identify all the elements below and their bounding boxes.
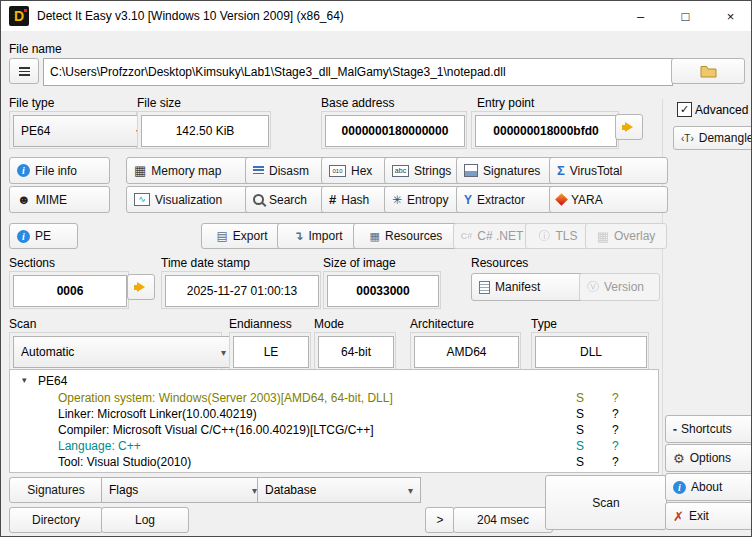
result-row[interactable]: Compiler: Microsoft Visual C/C++(16.00.4…: [10, 423, 658, 439]
visualization-icon: ∿: [134, 193, 150, 206]
result-info-link[interactable]: ?: [612, 423, 619, 437]
minimize-button[interactable]: –: [618, 1, 663, 31]
strings-label: Strings: [414, 164, 451, 178]
entry-point-label: Entry point: [477, 96, 534, 110]
result-signature-link[interactable]: S: [576, 439, 584, 453]
file-info-button[interactable]: i File info: [9, 157, 110, 184]
pe-button[interactable]: i PE: [9, 223, 78, 249]
directory-label: Directory: [32, 513, 80, 527]
options-button[interactable]: ⚙ Options: [665, 444, 752, 472]
time-date-stamp-label: Time date stamp: [161, 256, 250, 270]
type-label: Type: [531, 317, 557, 331]
result-signature-link[interactable]: S: [576, 455, 584, 469]
entropy-button[interactable]: ✳ Entropy: [384, 186, 464, 213]
tree-collapse-icon: ▾: [22, 375, 27, 385]
file-info-label: File info: [35, 164, 77, 178]
chevron-down-icon: ▾: [408, 485, 413, 496]
extractor-button[interactable]: Y Extractor: [456, 186, 556, 213]
open-file-button[interactable]: [671, 58, 745, 84]
size-of-image-frame: 00033000: [323, 271, 441, 309]
search-button[interactable]: Search: [245, 186, 328, 213]
result-signature-link[interactable]: S: [576, 407, 584, 421]
log-button[interactable]: Log: [101, 507, 189, 533]
mode-value: 64-bit: [318, 336, 394, 368]
hash-button[interactable]: # Hash: [321, 186, 391, 213]
base-address-frame: 0000000180000000: [321, 111, 467, 149]
result-info-link[interactable]: ?: [612, 391, 619, 405]
mime-button[interactable]: ☻ MIME: [9, 186, 110, 213]
manifest-label: Manifest: [495, 280, 540, 294]
manifest-button[interactable]: Manifest: [471, 273, 584, 301]
version-label: Version: [604, 280, 644, 294]
mime-icon: ☻: [17, 192, 31, 207]
endianness-value: LE: [233, 336, 309, 368]
strings-button[interactable]: abc Strings: [384, 157, 464, 184]
close-button[interactable]: ×: [708, 1, 752, 31]
about-button[interactable]: i About: [665, 473, 752, 501]
base-address-value: 0000000180000000: [325, 115, 465, 147]
shortcuts-button[interactable]: ▪▪ Shortcuts: [665, 415, 752, 443]
architecture-value: AMD64: [414, 336, 519, 368]
scan-button[interactable]: Scan: [545, 475, 667, 530]
version-button: ⓥ Version: [579, 273, 660, 301]
resources-button[interactable]: ▦ Resources: [353, 223, 459, 249]
result-text: Language: C++: [58, 439, 141, 453]
hash-label: Hash: [341, 193, 369, 207]
recent-files-button[interactable]: [9, 58, 39, 84]
visualization-button[interactable]: ∿ Visualization: [126, 186, 252, 213]
virustotal-button[interactable]: Σ VirusTotal: [549, 157, 668, 184]
time-date-stamp-value: 2025-11-27 01:00:13: [165, 275, 319, 307]
result-info-link[interactable]: ?: [612, 407, 619, 421]
demangle-label: Demangle: [699, 131, 752, 145]
import-button[interactable]: ↴ Import: [277, 223, 359, 249]
advanced-label: Advanced: [695, 103, 748, 117]
memory-map-button[interactable]: ▦ Memory map: [126, 157, 252, 184]
type-frame: DLL: [531, 332, 649, 370]
maximize-button[interactable]: □: [663, 1, 708, 31]
disasm-button[interactable]: Disasm: [245, 157, 328, 184]
result-info-link[interactable]: ?: [612, 439, 619, 453]
result-text: Compiler: Microsoft Visual C/C++(16.00.4…: [58, 423, 374, 437]
file-type-frame: PE64 ▾: [9, 111, 137, 149]
result-signature-link[interactable]: S: [576, 423, 584, 437]
scan-method-value: Automatic: [21, 345, 74, 359]
signatures-tool-button[interactable]: Signatures: [456, 157, 556, 184]
file-type-label: File type: [9, 96, 54, 110]
signatures-icon: [464, 164, 478, 177]
database-select[interactable]: Database ▾: [257, 477, 421, 503]
export-button[interactable]: ▤ Export: [201, 223, 283, 249]
import-icon: ↴: [293, 229, 303, 243]
result-row[interactable]: Language: C++ S ?: [10, 439, 658, 455]
exit-x-icon: ✗: [673, 509, 684, 524]
entry-point-goto-button[interactable]: [615, 114, 643, 140]
dotnet-button: C# C# .NET: [453, 223, 531, 249]
sections-goto-button[interactable]: [127, 274, 155, 300]
demangle-button[interactable]: ‹T› Demangle: [673, 126, 752, 150]
file-type-select[interactable]: PE64 ▾: [13, 115, 149, 147]
result-info-link[interactable]: ?: [612, 455, 619, 469]
yara-button[interactable]: YARA: [549, 186, 668, 213]
more-button[interactable]: >: [425, 507, 455, 533]
memory-map-label: Memory map: [151, 164, 221, 178]
exit-button[interactable]: ✗ Exit: [665, 502, 752, 530]
disasm-label: Disasm: [269, 164, 309, 178]
hex-icon: 010: [329, 165, 346, 177]
mode-label: Mode: [314, 317, 344, 331]
architecture-frame: AMD64: [410, 332, 521, 370]
directory-button[interactable]: Directory: [9, 507, 103, 533]
advanced-checkbox[interactable]: ✓: [677, 102, 692, 117]
file-size-frame: 142.50 KiB: [137, 111, 271, 149]
signatures-db-button[interactable]: Signatures: [9, 477, 103, 503]
mime-label: MIME: [36, 193, 67, 207]
result-row[interactable]: Tool: Visual Studio(2010) S ?: [10, 455, 658, 471]
file-path-input[interactable]: [43, 58, 673, 86]
visualization-label: Visualization: [155, 193, 222, 207]
result-row[interactable]: Linker: Microsoft Linker(10.00.40219) S …: [10, 407, 658, 423]
result-row[interactable]: Operation system: Windows(Server 2003)[A…: [10, 391, 658, 407]
flags-select[interactable]: Flags ▾: [101, 477, 265, 503]
result-signature-link[interactable]: S: [576, 391, 584, 405]
architecture-label: Architecture: [410, 317, 474, 331]
scan-method-select[interactable]: Automatic ▾: [13, 336, 234, 368]
hex-button[interactable]: 010 Hex: [321, 157, 391, 184]
pe-label: PE: [35, 229, 51, 243]
